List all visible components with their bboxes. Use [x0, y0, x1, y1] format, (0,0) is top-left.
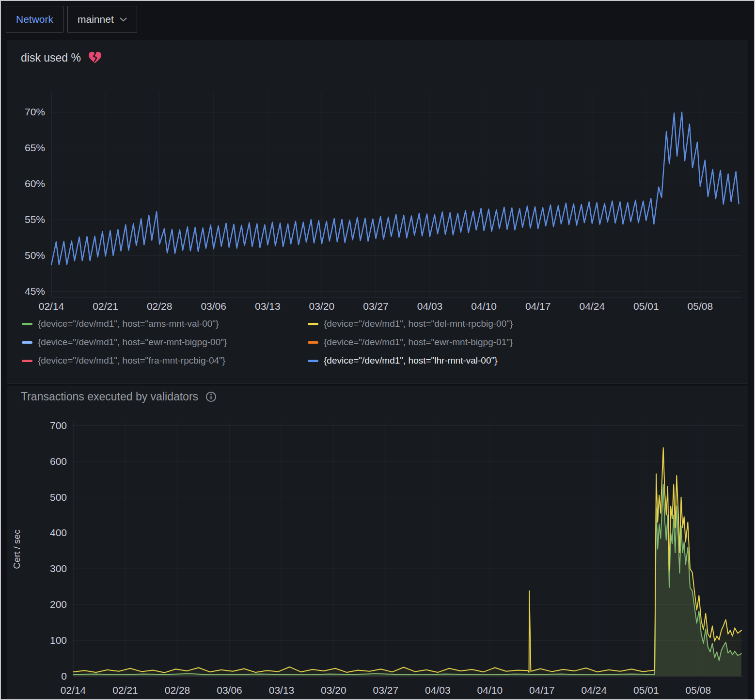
info-icon[interactable] — [205, 391, 217, 403]
svg-text:03/27: 03/27 — [363, 301, 389, 312]
svg-text:70%: 70% — [25, 106, 45, 117]
svg-text:0: 0 — [61, 670, 67, 682]
series-color-swatch — [308, 360, 318, 362]
disk-used-chart-canvas[interactable]: 45%50%55%60%65%70%02/1402/2102/2803/0603… — [7, 40, 748, 315]
disk-panel-header: disk used % — [21, 51, 102, 64]
legend-item-ams-mnt-val-00[interactable]: {device="/dev/md1", host="ams-mnt-val-00… — [22, 318, 308, 329]
legend-label: {device="/dev/md1", host="lhr-mnt-val-00… — [324, 355, 498, 366]
svg-text:60%: 60% — [25, 178, 45, 189]
network-variable-label-box: Network — [6, 6, 63, 33]
network-variable-value[interactable]: mainnet — [78, 14, 127, 25]
transactions-panel: Transactions executed by validators 0100… — [7, 386, 748, 699]
svg-text:04/17: 04/17 — [525, 301, 551, 312]
legend-item-lhr-mnt-val-00[interactable]: {device="/dev/md1", host="lhr-mnt-val-00… — [308, 355, 513, 366]
broken-heart-icon — [88, 51, 102, 64]
disk-panel-title[interactable]: disk used % — [21, 51, 81, 64]
disk-used-panel: disk used % 45%50%55%60%65%70%02/1402/21… — [7, 40, 748, 384]
svg-text:02/28: 02/28 — [165, 684, 190, 696]
variable-toolbar: Network mainnet — [1, 1, 754, 34]
svg-text:05/01: 05/01 — [633, 301, 659, 312]
svg-text:600: 600 — [50, 456, 67, 467]
legend-label: {device="/dev/md1", host="ewr-mnt-bigpg-… — [324, 337, 513, 348]
svg-text:45%: 45% — [25, 286, 45, 297]
svg-text:500: 500 — [50, 492, 67, 503]
svg-text:04/24: 04/24 — [580, 301, 605, 312]
svg-text:03/13: 03/13 — [269, 684, 295, 696]
svg-text:04/10: 04/10 — [471, 301, 497, 312]
tx-panel-title[interactable]: Transactions executed by validators — [21, 390, 198, 403]
network-variable-dropdown[interactable]: mainnet — [67, 6, 137, 33]
svg-text:02/14: 02/14 — [61, 684, 86, 696]
series-color-swatch — [22, 341, 32, 344]
svg-text:04/03: 04/03 — [425, 684, 451, 696]
svg-text:55%: 55% — [25, 214, 45, 225]
svg-text:02/28: 02/28 — [147, 301, 173, 312]
legend-item-ewr-mnt-bigpg-00[interactable]: {device="/dev/md1", host="ewr-mnt-bigpg-… — [22, 337, 308, 348]
svg-text:200: 200 — [50, 599, 67, 610]
svg-text:400: 400 — [50, 527, 67, 538]
svg-text:50%: 50% — [25, 250, 45, 261]
grafana-dashboard: Network mainnet disk used % 45%50%55%60%… — [0, 0, 755, 700]
series-color-swatch — [308, 323, 318, 325]
svg-text:02/21: 02/21 — [93, 301, 118, 312]
svg-text:05/08: 05/08 — [688, 301, 713, 312]
svg-text:100: 100 — [50, 635, 67, 646]
svg-text:300: 300 — [50, 563, 67, 574]
svg-text:65%: 65% — [25, 142, 45, 153]
svg-text:04/10: 04/10 — [477, 684, 503, 696]
svg-text:Cert / sec: Cert / sec — [12, 529, 22, 569]
network-variable-value-text: mainnet — [78, 14, 114, 25]
network-variable-label: Network — [16, 14, 53, 25]
legend-label: {device="/dev/md1", host="ewr-mnt-bigpg-… — [38, 337, 227, 348]
svg-text:04/24: 04/24 — [582, 684, 607, 696]
series-color-swatch — [22, 360, 32, 362]
chevron-down-icon — [120, 17, 127, 22]
svg-text:03/06: 03/06 — [217, 684, 242, 696]
svg-text:05/08: 05/08 — [686, 684, 711, 696]
legend-label: {device="/dev/md1", host="fra-mnt-rpcbig… — [38, 355, 225, 366]
svg-text:04/17: 04/17 — [529, 684, 555, 696]
legend-label: {device="/dev/md1", host="del-mnt-rpcbig… — [324, 318, 513, 329]
series-color-swatch — [308, 341, 318, 344]
svg-text:04/03: 04/03 — [417, 301, 443, 312]
legend-item-fra-mnt-rpcbig-04[interactable]: {device="/dev/md1", host="fra-mnt-rpcbig… — [22, 355, 308, 366]
svg-text:05/01: 05/01 — [633, 684, 659, 696]
svg-text:03/27: 03/27 — [373, 684, 399, 696]
svg-text:03/20: 03/20 — [321, 684, 346, 696]
tx-panel-header: Transactions executed by validators — [21, 390, 217, 403]
svg-text:03/06: 03/06 — [201, 301, 226, 312]
svg-text:02/21: 02/21 — [112, 684, 138, 696]
svg-text:03/13: 03/13 — [255, 301, 281, 312]
transactions-chart-canvas[interactable]: 010020030040050060070002/1402/2102/2803/… — [7, 386, 748, 699]
svg-text:700: 700 — [50, 420, 67, 431]
disk-chart-legend: {device="/dev/md1", host="ams-mnt-val-00… — [22, 318, 513, 366]
legend-item-del-mnt-rpcbig-00[interactable]: {device="/dev/md1", host="del-mnt-rpcbig… — [308, 318, 513, 329]
svg-text:02/14: 02/14 — [39, 301, 64, 312]
legend-label: {device="/dev/md1", host="ams-mnt-val-00… — [38, 318, 219, 329]
series-color-swatch — [22, 323, 32, 325]
legend-item-ewr-mnt-bigpg-01[interactable]: {device="/dev/md1", host="ewr-mnt-bigpg-… — [308, 337, 513, 348]
svg-text:03/20: 03/20 — [309, 301, 335, 312]
